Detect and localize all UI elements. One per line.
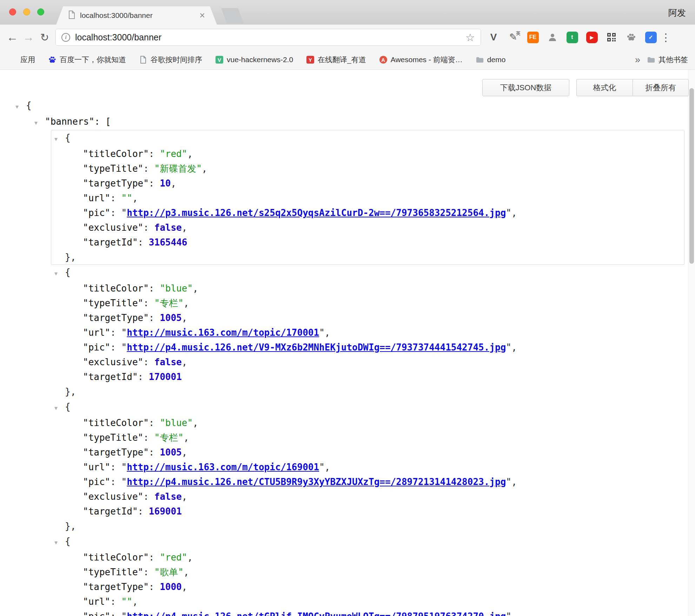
quote: " [121,342,127,353]
collapse-all-button[interactable]: 折叠所有 [633,79,689,96]
bookmark-item[interactable]: AAwesomes - 前端资… [379,55,463,65]
json-string-value: "" [121,193,132,203]
scrollbar-thumb[interactable] [689,88,694,264]
traffic-lights [9,8,44,15]
download-json-button[interactable]: 下载JSON数据 [482,79,569,96]
open-brace: { [65,536,71,546]
json-key: "pic" [83,208,110,218]
json-url-link[interactable]: http://p3.music.126.net/s25q2x5QyqsAzilC… [127,208,506,218]
forward-button[interactable]: → [20,29,37,45]
json-property-titleColor: "titleColor": "red", [51,146,684,161]
folder-icon [647,56,655,64]
vimium-letter: V [490,32,497,43]
json-key: "exclusive" [83,357,143,367]
json-key: "exclusive" [83,491,143,502]
tab-close-icon[interactable]: × [199,11,205,20]
collapse-triangle-icon[interactable]: ▼ [54,266,65,281]
bookmarks-overflow-icon[interactable]: » [635,54,640,65]
json-property-targetType: "targetType": 1005, [51,310,684,325]
quote: " [319,462,325,472]
security-extension-icon[interactable]: t [564,30,580,45]
open-brace: { [65,267,71,277]
json-number-value: 10 [160,178,171,189]
collapse-triangle-icon[interactable]: ▼ [54,535,65,550]
bookmark-star-icon[interactable]: ☆ [465,31,475,44]
json-boolean-value: false [154,357,182,367]
json-property-url: "url": "http://music.163.com/m/topic/169… [51,460,684,474]
quote: " [506,208,511,218]
json-property-targetId: "targetId": 170001 [51,369,684,384]
comma: , [511,477,517,487]
comma: , [132,596,138,607]
scrollbar-track[interactable] [688,70,695,616]
back-button[interactable]: ← [4,29,20,45]
json-url-link[interactable]: http://p4.music.126.net/V9-MXz6b2MNhEKju… [127,342,506,353]
bookmark-item[interactable]: demo [476,55,506,64]
json-boolean-value: false [154,222,182,233]
collapse-triangle-icon[interactable]: ▼ [15,99,26,114]
address-bar[interactable]: i localhost:3000/banner ☆ [55,29,481,46]
bookmark-item[interactable]: Y在线翻译_有道 [306,55,366,65]
youtube-extension-icon[interactable]: ▶ [584,30,600,45]
json-property-exclusive: "exclusive": false, [51,489,684,504]
translate-extension-icon[interactable]: ✎英 [505,30,521,45]
minimize-window-button[interactable] [23,8,30,15]
shield-check-extension-icon[interactable]: ✓ [643,30,658,45]
window-titlebar: localhost:3000/banner × 阿发 [0,0,695,25]
json-url-link[interactable]: http://music.163.com/m/topic/170001 [127,327,319,338]
bookmark-item[interactable]: Vvue-hackernews-2.0 [216,55,293,64]
page-icon [139,56,147,64]
page-info-icon[interactable]: i [61,33,70,42]
bookmark-item[interactable]: 百度一下，你就知道 [48,55,126,65]
comma: , [187,552,193,563]
other-bookmarks-folder[interactable]: 其他书签 [647,55,688,65]
json-property-exclusive: "exclusive": false, [51,355,684,369]
json-key: "pic" [83,342,110,353]
json-root-open-line: ▼{ [0,98,687,114]
chrome-menu-icon[interactable]: ⋮ [658,31,673,44]
qrcode-extension-icon[interactable] [604,30,619,45]
browser-tab[interactable]: localhost:3000/banner × [56,6,217,25]
letter-badge-icon: A [379,56,387,64]
new-tab-button[interactable] [221,8,244,24]
json-url-link[interactable]: http://music.163.com/m/topic/169001 [127,462,319,472]
fehelper-extension-icon[interactable]: FE [525,30,541,45]
zoom-window-button[interactable] [37,8,44,15]
json-colon: : [149,283,160,294]
comma: , [182,313,187,323]
json-url-link[interactable]: http://p4.music.126.net/CTU5B9R9y3XyYBZX… [127,477,506,487]
comma: , [132,193,138,203]
json-string-value: "" [121,596,132,607]
reload-button[interactable]: ↻ [37,29,53,45]
format-collapse-group: 格式化 折叠所有 [576,79,689,96]
collapse-triangle-icon[interactable]: ▼ [54,132,65,146]
json-object-open-line: ▼{ [51,534,684,550]
comma: , [325,462,330,472]
profile-name[interactable]: 阿发 [668,7,686,19]
open-brace: { [65,401,71,412]
org-extension-icon[interactable] [545,30,560,45]
json-url-link[interactable]: http://p4.music.126.net/tGPljf-IMOCyPvum… [127,611,506,616]
root-open-brace: { [26,100,32,111]
json-property-titleColor: "titleColor": "red", [51,550,684,565]
bookmark-item[interactable]: 应用 [9,55,35,65]
close-window-button[interactable] [9,8,16,15]
json-number-value: 1000 [160,582,182,592]
json-colon: : [143,298,154,308]
bookmark-item[interactable]: 谷歌按时间排序 [139,55,202,65]
json-string-value: "red" [160,552,187,563]
json-key: "targetType" [83,447,149,458]
json-colon: : [143,357,154,367]
format-button[interactable]: 格式化 [576,79,633,96]
paw-extension-icon[interactable] [623,30,639,45]
vimium-extension-icon[interactable]: V [486,30,501,45]
comma: , [182,582,187,592]
json-property-targetType: "targetType": 1000, [51,579,684,594]
collapse-triangle-icon[interactable]: ▼ [54,401,65,415]
collapse-triangle-icon[interactable]: ▼ [34,116,45,130]
letter-badge-icon: V [216,56,223,64]
json-colon: : [149,418,160,428]
quote: " [506,342,511,353]
json-key: "typeTitle" [83,432,143,443]
bookmark-label: vue-hackernews-2.0 [227,55,293,64]
